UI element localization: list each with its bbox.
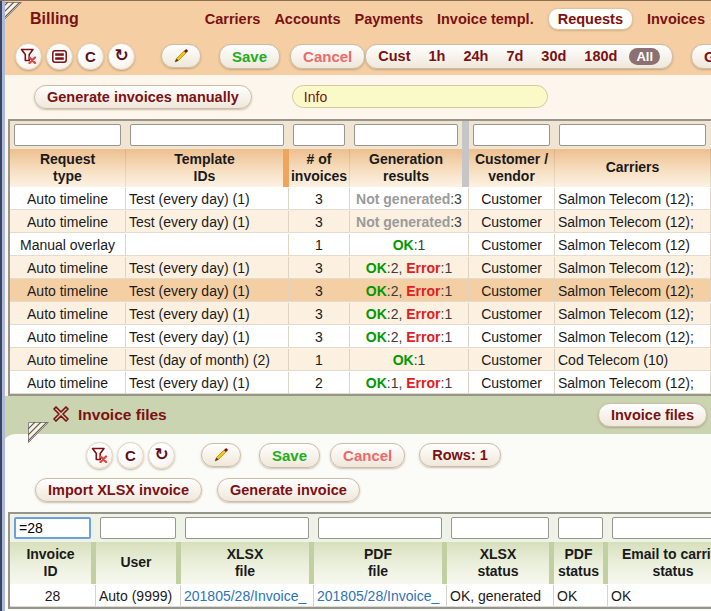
- pdf-file-link[interactable]: 201805/28/Invoice_: [317, 588, 439, 604]
- cell-customer-vendor: Customer: [469, 188, 555, 210]
- range-7d[interactable]: 7d: [506, 48, 523, 64]
- filter-cell: [469, 121, 555, 149]
- cell-request-type: Auto timeline: [10, 257, 126, 279]
- table-row[interactable]: Auto timeline Test (every day) (1) 3 Not…: [10, 210, 711, 233]
- column-header-xlsx-file[interactable]: XLSX file: [181, 542, 314, 584]
- table-row[interactable]: Auto timeline Test (every day) (1) 3 OK:…: [10, 256, 711, 279]
- filter-user-input[interactable]: [100, 517, 176, 539]
- filter-customer-vendor-input[interactable]: [473, 124, 550, 146]
- table-row[interactable]: 28 Auto (9999) 201805/28/Invoice_ 201805…: [10, 584, 711, 607]
- invoice-files-corner-button[interactable]: Invoice files: [598, 403, 707, 427]
- range-30d[interactable]: 30d: [541, 48, 566, 64]
- nav-tab-invoice-templates[interactable]: Invoice templ.: [437, 11, 534, 27]
- table-row-selected[interactable]: Auto timeline Test (every day) (1) 3 OK:…: [10, 279, 711, 302]
- column-header-num-invoices[interactable]: # of invoices: [289, 149, 350, 187]
- table-row[interactable]: Manual overlay 1 OK:1 Customer Salmon Te…: [10, 233, 711, 256]
- range-cust[interactable]: Cust: [378, 48, 410, 64]
- nav-tab-requests[interactable]: Requests: [548, 8, 633, 30]
- table-row[interactable]: Auto timeline Test (every day) (1) 2 OK:…: [10, 371, 711, 394]
- table-row[interactable]: Auto timeline Test (day of month) (2) 1 …: [10, 348, 711, 371]
- edit-button[interactable]: [201, 443, 241, 467]
- filter-pdf-status-input[interactable]: [558, 517, 603, 539]
- filter-invoice-id-input[interactable]: [14, 517, 91, 539]
- filter-cell: [10, 121, 126, 149]
- table-row[interactable]: Auto timeline Test (every day) (1) 3 OK:…: [10, 302, 711, 325]
- filter-request-type-input[interactable]: [14, 124, 121, 146]
- cell-customer-vendor: Customer: [469, 326, 555, 348]
- column-header-customer-vendor[interactable]: Customer / vendor: [469, 149, 555, 187]
- column-header-xlsx-status[interactable]: XLSX status: [447, 542, 554, 584]
- cell-num-invoices: 1: [289, 234, 350, 256]
- column-header-template-ids[interactable]: Template IDs: [126, 149, 289, 187]
- requests-toolbar: C ↻ Save Cancel Cust 1h 24h 7d 30d 180d …: [0, 37, 711, 75]
- info-input[interactable]: [292, 85, 548, 108]
- invoice-files-title: Invoice files: [78, 406, 167, 424]
- pencil-icon: [172, 48, 190, 64]
- invoice-files-toolbar: C ↻ Save Cancel Rows: 1: [0, 434, 711, 470]
- xlsx-file-link[interactable]: 201805/28/Invoice_: [184, 588, 306, 604]
- rows-layout-button[interactable]: [46, 43, 73, 70]
- cell-carriers: Cod Telecom (10): [555, 349, 711, 371]
- filter-xlsx-file-input[interactable]: [185, 517, 309, 539]
- table-row[interactable]: Auto timeline Test (every day) (1) 3 Not…: [10, 187, 711, 210]
- invoice-files-table: Invoice ID User XLSX file PDF file XLSX …: [8, 512, 711, 609]
- cell-template-ids: Test (every day) (1): [126, 188, 289, 210]
- c-button[interactable]: C: [117, 442, 144, 469]
- refresh-button[interactable]: ↻: [148, 442, 175, 469]
- invoice-files-header: Invoice files Invoice files: [0, 396, 711, 434]
- go-button[interactable]: GO: [691, 44, 711, 69]
- column-header-pdf-file[interactable]: PDF file: [314, 542, 447, 584]
- generate-invoices-manually-button[interactable]: Generate invoices manually: [34, 85, 252, 109]
- save-button[interactable]: Save: [259, 443, 320, 468]
- generate-invoice-button[interactable]: Generate invoice: [217, 478, 360, 502]
- edit-button[interactable]: [161, 44, 201, 68]
- nav-tab-carriers[interactable]: Carriers: [205, 11, 261, 27]
- table-row[interactable]: Auto timeline Test (every day) (1) 3 OK:…: [10, 325, 711, 348]
- invoice-files-content: C ↻ Save Cancel Rows: 1 Import XLSX invo…: [0, 434, 711, 611]
- filter-clear-button[interactable]: [15, 43, 42, 70]
- column-header-pdf-status[interactable]: PDF status: [554, 542, 608, 584]
- filter-generation-results-input[interactable]: [354, 124, 458, 146]
- cell-generation-results: OK:1: [350, 349, 469, 371]
- c-button[interactable]: C: [77, 43, 104, 70]
- cell-template-ids: Test (every day) (1): [126, 280, 289, 302]
- cell-generation-results: OK:2, Error:1: [350, 303, 469, 325]
- nav-tab-accounts[interactable]: Accounts: [274, 11, 340, 27]
- cancel-button[interactable]: Cancel: [330, 443, 405, 468]
- column-header-email-status[interactable]: Email to carrier status: [608, 542, 711, 584]
- range-all-selected-badge[interactable]: All: [629, 48, 660, 65]
- range-24h[interactable]: 24h: [463, 48, 488, 64]
- filter-email-status-input[interactable]: [612, 517, 711, 539]
- close-x-icon[interactable]: [52, 405, 70, 423]
- range-1h[interactable]: 1h: [428, 48, 445, 64]
- pencil-icon: [212, 447, 230, 463]
- cell-num-invoices: 1: [289, 349, 350, 371]
- refresh-button[interactable]: ↻: [108, 43, 135, 70]
- filter-template-ids-input[interactable]: [130, 124, 284, 146]
- filter-cell: [314, 514, 447, 542]
- cell-template-ids: Test (every day) (1): [126, 372, 289, 394]
- page-title: Billing: [30, 10, 79, 28]
- filter-clear-button[interactable]: [86, 442, 113, 469]
- column-header-request-type[interactable]: Request type: [10, 149, 126, 187]
- nav-tab-payments[interactable]: Payments: [354, 11, 423, 27]
- fold-corner-icon[interactable]: [28, 422, 49, 443]
- invoice-files-filter-row: [10, 514, 711, 542]
- import-xlsx-invoice-button[interactable]: Import XLSX invoice: [35, 478, 202, 502]
- nav-tab-invoices[interactable]: Invoices: [647, 11, 705, 27]
- column-header-invoice-id[interactable]: Invoice ID: [10, 542, 96, 584]
- filter-carriers-input[interactable]: [559, 124, 706, 146]
- column-header-generation-results[interactable]: Generation results: [350, 149, 469, 187]
- cell-template-ids: Test (every day) (1): [126, 303, 289, 325]
- column-header-carriers[interactable]: Carriers: [555, 149, 711, 187]
- requests-header-row: Request type Template IDs # of invoices …: [10, 149, 711, 187]
- column-header-user[interactable]: User: [96, 542, 181, 584]
- cell-customer-vendor: Customer: [469, 349, 555, 371]
- filter-num-invoices-input[interactable]: [293, 124, 345, 146]
- range-180d[interactable]: 180d: [584, 48, 617, 64]
- funnel-x-icon: [91, 447, 108, 463]
- cancel-button[interactable]: Cancel: [290, 44, 365, 69]
- filter-xlsx-status-input[interactable]: [451, 517, 549, 539]
- save-button[interactable]: Save: [219, 44, 280, 69]
- filter-pdf-file-input[interactable]: [318, 517, 442, 539]
